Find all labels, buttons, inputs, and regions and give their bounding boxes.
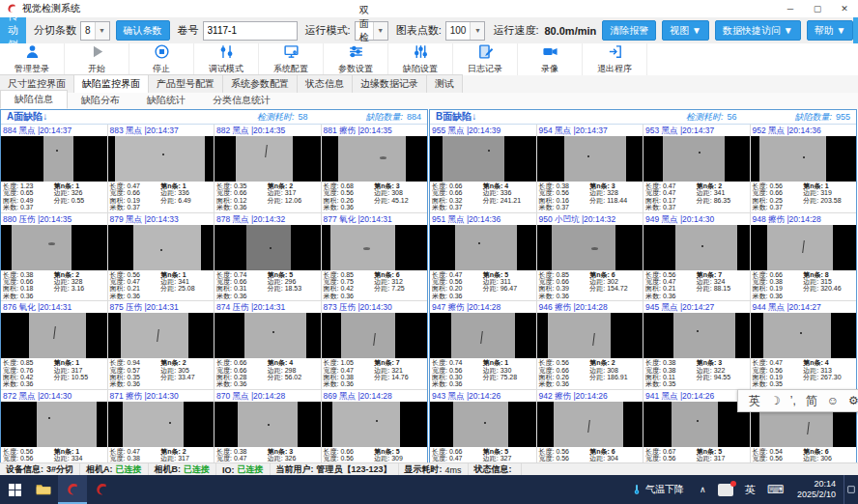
defect-card-title: 872 黑点 |20:14:30: [1, 390, 107, 402]
defect-card-878[interactable]: 878 黑点 |20:14:32长度: 0.74宽度: 0.66面积: 0.31…: [214, 213, 321, 301]
app-task-button-2[interactable]: [87, 475, 116, 504]
clear-alarm-button[interactable]: 清除报警: [602, 20, 656, 41]
action-button-3[interactable]: 调试模式: [194, 43, 259, 75]
chevron-down-icon: ▼: [470, 22, 484, 40]
file-explorer-button[interactable]: [29, 475, 58, 504]
tab-5[interactable]: 边缘数据记录: [352, 74, 427, 93]
action-button-0[interactable]: 管理登录: [0, 43, 65, 75]
weather-widget[interactable]: 气温下降: [631, 483, 684, 496]
operator-side-button[interactable]: 操作侧: [853, 17, 858, 43]
defect-card-951[interactable]: 951 黑点 |20:14:36长度: 0.47宽度: 0.56面积: 0.20…: [430, 213, 536, 301]
subtab-1[interactable]: 缺陷分布: [68, 92, 133, 109]
action-button-6[interactable]: 缺陷设置: [388, 43, 453, 75]
subtab-2[interactable]: 缺陷统计: [133, 92, 199, 109]
ime-settings-gear-icon[interactable]: ⚙: [848, 394, 858, 407]
ime-tray-icon[interactable]: [718, 484, 733, 496]
drive-side-button[interactable]: 传动侧: [0, 17, 26, 43]
start-button[interactable]: [0, 475, 29, 504]
defect-card-950[interactable]: 950 小凹坑 |20:14:32长度: 0.85宽度: 0.66面积: 0.3…: [537, 213, 644, 301]
tab-2[interactable]: 产品型号配置: [148, 74, 223, 93]
defect-mark: [697, 420, 699, 422]
slit-count-select[interactable]: 8 ▼: [80, 21, 110, 41]
action-button-2[interactable]: 停止: [129, 43, 194, 75]
defect-card-955[interactable]: 955 黑点 |20:14:39长度: 0.66宽度: 0.66面积: 0.32…: [430, 125, 536, 212]
clock[interactable]: 20:14 2025/2/10: [797, 479, 836, 500]
tab-6[interactable]: 测试: [426, 74, 463, 93]
tab-3[interactable]: 系统参数配置: [222, 74, 298, 93]
defect-card-948[interactable]: 948 擦伤 |20:14:28长度: 0.66宽度: 0.38面积: 0.19…: [751, 213, 857, 301]
chart-points-select[interactable]: 100 ▼: [445, 21, 486, 41]
defect-image: [1, 402, 107, 447]
tab-1[interactable]: 缺陷监控界面: [73, 74, 149, 93]
defect-card-881[interactable]: 881 擦伤 |20:14:35长度: 0.68宽度: 0.56面积: 0.26…: [322, 125, 428, 212]
defect-card-title: 880 压伤 |20:14:35: [1, 213, 107, 225]
defect-card-882[interactable]: 882 黑点 |20:14:35长度: 0.35宽度: 0.66面积: 0.12…: [214, 125, 321, 212]
inspection-app-task-button[interactable]: [58, 475, 87, 504]
toolbar-settings: 传动侧 分切条数 8 ▼ 确认条数 卷号 运行模式: 双面检测 ▼ 图表点数: …: [0, 17, 858, 44]
defect-image: [751, 313, 857, 358]
action-button-5[interactable]: 参数设置: [324, 43, 388, 75]
defect-card-title: 950 小凹坑 |20:14:32: [537, 213, 644, 225]
minimize-button[interactable]: ─: [777, 0, 804, 17]
action-button-8[interactable]: 录像: [518, 43, 583, 75]
defect-image: [108, 225, 214, 270]
tab-4[interactable]: 状态信息: [297, 74, 353, 93]
defect-card-953[interactable]: 953 黑点 |20:14:37长度: 0.47宽度: 0.47面积: 0.17…: [644, 125, 750, 212]
ime-punctuation[interactable]: ’,: [790, 394, 796, 407]
defect-card-874[interactable]: 874 压伤 |20:14:31长度: 0.66宽度: 0.66面积: 0.28…: [214, 301, 321, 389]
defect-info: 长度: 0.85宽度: 0.75面积: 0.42米数: 0.36第n条: 6边距…: [322, 270, 428, 301]
ime-fullwidth-moon-icon[interactable]: ☽: [770, 394, 781, 407]
defect-card-875[interactable]: 875 压伤 |20:14:31长度: 0.94宽度: 0.57面积: 0.35…: [108, 301, 214, 389]
ime-simplified[interactable]: 简: [806, 393, 817, 409]
defect-card-946[interactable]: 946 擦伤 |20:14:28长度: 0.56宽度: 0.66面积: 0.26…: [537, 301, 644, 389]
defect-card-949[interactable]: 949 黑点 |20:14:30长度: 0.56宽度: 0.47面积: 0.21…: [644, 213, 750, 301]
ime-language-bar[interactable]: 英☽’,简☺⚙: [737, 389, 858, 412]
defect-card-883[interactable]: 883 黑点 |20:14:37长度: 0.47宽度: 0.66面积: 0.19…: [108, 125, 214, 212]
defect-info: 长度: 0.38宽度: 0.38面积: 0.11米数: 0.35第n条: 3边距…: [644, 358, 750, 389]
keyboard-icon[interactable]: ⌨: [767, 483, 784, 496]
defect-image: [537, 313, 644, 358]
defect-card-876[interactable]: 876 氧化 |20:14:31长度: 0.85宽度: 0.76面积: 0.42…: [1, 301, 107, 389]
speed-label: 运行速度:: [493, 23, 538, 38]
defect-card-title: 948 擦伤 |20:14:28: [751, 213, 857, 225]
defect-card-884[interactable]: 884 黑点 |20:14:37长度: 1.23宽度: 0.65面积: 0.49…: [1, 125, 107, 212]
defect-card-880[interactable]: 880 压伤 |20:14:35长度: 0.38宽度: 0.66面积: 0.18…: [1, 213, 107, 301]
action-button-7[interactable]: 日志记录: [453, 43, 518, 75]
tray-overflow-chevron[interactable]: ∧: [700, 485, 706, 494]
view-menu-button[interactable]: 视图 ▼: [662, 20, 709, 41]
ime-lang-en[interactable]: 英: [749, 393, 760, 409]
defect-card-879[interactable]: 879 黑点 |20:14:33长度: 0.56宽度: 0.47面积: 0.21…: [108, 213, 214, 301]
action-button-label: 退出程序: [597, 63, 632, 75]
defect-card-944[interactable]: 944 黑点 |20:14:27长度: 0.47宽度: 0.56面积: 0.19…: [751, 301, 857, 389]
defect-card-954[interactable]: 954 黑点 |20:14:37长度: 0.38宽度: 0.56面积: 0.16…: [537, 125, 644, 212]
defect-card-title: 947 擦伤 |20:14:28: [430, 301, 536, 313]
close-button[interactable]: ✕: [831, 0, 858, 17]
ime-emoji-icon[interactable]: ☺: [827, 394, 839, 407]
defect-mark: [270, 247, 272, 249]
defect-card-952[interactable]: 952 黑点 |20:14:36长度: 0.56宽度: 0.66面积: 0.25…: [751, 125, 857, 212]
defect-card-947[interactable]: 947 擦伤 |20:14:28长度: 0.74宽度: 0.56面积: 0.30…: [430, 301, 536, 389]
action-button-4[interactable]: 系统配置: [259, 43, 324, 75]
notification-center-button[interactable]: [844, 475, 858, 504]
action-button-1[interactable]: 开始: [65, 43, 129, 75]
help-menu-button[interactable]: 帮助 ▼: [807, 20, 854, 41]
subtab-3[interactable]: 分类信息统计: [199, 92, 284, 109]
data-quick-access-button[interactable]: 数据快捷访问 ▼: [715, 20, 801, 41]
defect-card-877[interactable]: 877 氧化 |20:14:31长度: 0.85宽度: 0.75面积: 0.42…: [322, 213, 428, 301]
defect-card-title: 882 黑点 |20:14:35: [214, 125, 321, 136]
action-button-9[interactable]: 退出程序: [583, 43, 647, 75]
defect-card-873[interactable]: 873 压伤 |20:14:30长度: 1.05宽度: 0.47面积: 0.38…: [322, 301, 428, 389]
defect-mark: [592, 333, 595, 346]
roll-no-input[interactable]: [203, 21, 298, 41]
run-mode-select[interactable]: 双面检测 ▼: [355, 21, 388, 41]
defect-info: 长度: 0.38宽度: 0.56面积: 0.16米数: 0.37第n条: 3边距…: [537, 182, 644, 212]
defect-image: [1, 136, 107, 182]
subtab-0[interactable]: 缺陷信息: [0, 90, 68, 109]
windows-logo-icon: [9, 484, 21, 496]
defect-image: [1, 313, 107, 358]
confirm-count-button[interactable]: 确认条数: [116, 20, 170, 41]
maximize-button[interactable]: ▢: [804, 0, 831, 17]
run-mode-label: 运行模式:: [305, 23, 351, 38]
language-indicator[interactable]: 英: [745, 483, 756, 497]
defect-card-945[interactable]: 945 黑点 |20:14:27长度: 0.38宽度: 0.38面积: 0.11…: [644, 301, 750, 389]
